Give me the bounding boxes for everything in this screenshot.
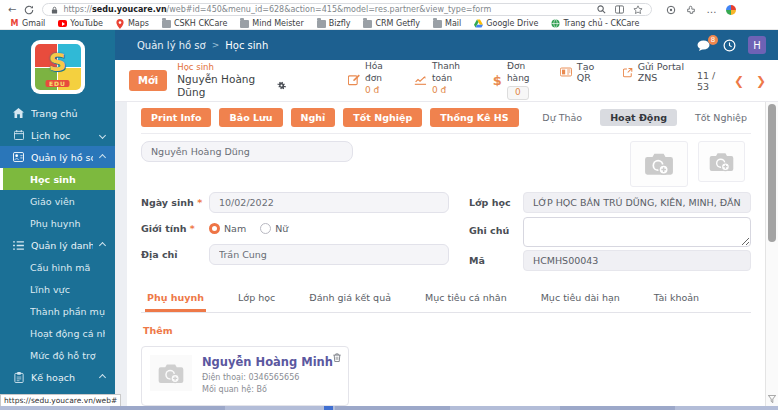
activity-clock-button[interactable]	[723, 39, 736, 52]
home-icon	[13, 108, 24, 119]
prev-record-button[interactable]: ❮	[734, 75, 744, 87]
bookmark-cskh-ckcare[interactable]: CSKH CKCare	[162, 19, 227, 28]
add-parent-link[interactable]: Thêm	[143, 325, 173, 336]
folder-icon	[240, 19, 249, 28]
parent-name[interactable]: Nguyễn Hoàng Minh	[202, 355, 333, 369]
camera-plus-icon	[157, 362, 185, 385]
dob-input[interactable]	[209, 192, 449, 213]
photo-upload-primary[interactable]	[630, 141, 688, 187]
status-hoat-dong[interactable]: Hoạt Động	[600, 109, 677, 126]
new-record-button[interactable]: Mới	[129, 70, 167, 91]
class-input[interactable]	[523, 192, 751, 213]
youtube-icon	[58, 19, 67, 28]
bookmark-google-drive[interactable]: Google Drive	[474, 19, 538, 28]
external-link-icon	[623, 67, 632, 78]
order-stat-button[interactable]: $ Đơn hàng 0	[493, 61, 543, 99]
app-topbar: Quản lý hồ sơ > Học sinh 8 H	[115, 30, 778, 60]
reload-icon[interactable]	[24, 5, 34, 15]
address-bar[interactable]: https://sedu.youcare.vn/web#id=450&menu_…	[42, 3, 652, 16]
delete-parent-button[interactable]	[333, 353, 341, 362]
sidebar-item-thanh-phan-muc-tieu[interactable]: Thành phần mục tiêu	[0, 300, 115, 322]
browser-essentials-icon[interactable]	[666, 5, 676, 15]
invoice-stat-button[interactable]: Hóa đơn 0 đ	[348, 61, 397, 96]
nghi-button[interactable]: Nghỉ	[291, 108, 336, 127]
bookmark-gmail[interactable]: MGmail	[10, 19, 45, 28]
photo-upload-secondary[interactable]	[698, 141, 745, 182]
vertical-scrollbar[interactable]	[765, 102, 778, 406]
parent-card[interactable]: Nguyễn Hoàng Minh Điện thoại: 0346565656…	[141, 346, 349, 406]
sidebar-item-quan-ly-ho-so[interactable]: Quản lý hồ sơ	[0, 146, 115, 168]
google-drive-icon	[474, 19, 483, 28]
copilot-icon[interactable]	[726, 5, 736, 15]
search-icon[interactable]	[597, 5, 606, 14]
user-avatar[interactable]: H	[748, 36, 766, 54]
send-portal-zns-button[interactable]: Gửi Portal ZNS	[623, 61, 697, 83]
status-du-thao[interactable]: Dự Thảo	[542, 112, 582, 123]
breadcrumb-parent[interactable]: Quản lý hồ sơ	[137, 40, 206, 51]
gear-icon[interactable]	[277, 81, 286, 90]
bao-luu-button[interactable]: Bảo Lưu	[219, 108, 282, 127]
globe-icon	[551, 19, 560, 28]
sidebar-item-lich-hoc[interactable]: Lịch học	[0, 124, 115, 146]
sidebar-item-giao-vien[interactable]: Giáo viên	[0, 190, 115, 212]
favorite-star-icon[interactable]	[633, 5, 643, 15]
tab-muc-tieu-ca-nhan[interactable]: Mục tiêu cá nhân	[423, 285, 509, 312]
messages-button[interactable]: 8	[697, 40, 711, 51]
filter-icon[interactable]	[768, 395, 776, 403]
control-panel: Mới Học sinh Nguyễn Hoàng Dũng Hóa đơn 0…	[115, 60, 778, 102]
note-textarea[interactable]	[523, 217, 751, 247]
bookmark-mail[interactable]: Mail	[433, 19, 461, 28]
bookmark-trang-chu-ckcare[interactable]: Trang chủ - CKCare	[551, 19, 639, 28]
dollar-icon: $	[493, 73, 502, 88]
gmail-icon: M	[10, 19, 19, 28]
list-icon	[13, 240, 24, 251]
payment-stat-button[interactable]: Thanh toán 0 đ	[414, 61, 476, 96]
next-record-button[interactable]: ❯	[756, 75, 766, 87]
sidebar-item-quan-ly-danh-muc[interactable]: Quản lý danh mục	[0, 234, 115, 256]
chevron-up-icon	[99, 241, 106, 248]
gender-male-radio[interactable]: Nam	[209, 223, 246, 234]
sidebar-item-ke-hoach[interactable]: Kế hoạch	[0, 366, 115, 388]
create-qr-button[interactable]: Tạo QR	[560, 61, 606, 83]
clipboard-icon	[13, 372, 24, 383]
chevron-up-icon	[99, 153, 106, 160]
tab-danh-gia-ket-qua[interactable]: Đánh giá kết quả	[307, 285, 393, 312]
bookmark-bizfly[interactable]: Bizfly	[317, 19, 351, 28]
app-logo[interactable]: S EDU	[31, 40, 85, 94]
tab-lop-hoc[interactable]: Lớp học	[236, 285, 277, 312]
bookmark-maps[interactable]: Maps	[116, 19, 149, 28]
sidebar-item-trang-chu[interactable]: Trang chủ	[0, 102, 115, 124]
sidebar-item-linh-vuc[interactable]: Lĩnh vực	[0, 278, 115, 300]
split-screen-icon[interactable]	[615, 5, 624, 14]
calendar-icon	[13, 130, 24, 141]
sidebar-item-muc-do-ho-tro[interactable]: Mức độ hỗ trợ	[0, 344, 115, 366]
sidebar-item-cau-hinh-ma[interactable]: Cấu hình mã	[0, 256, 115, 278]
bookmark-crm-getfly[interactable]: CRM Getfly	[363, 19, 420, 28]
tab-phu-huynh[interactable]: Phụ huynh	[145, 285, 206, 312]
print-info-button[interactable]: Print Info	[141, 108, 211, 127]
folder-icon	[317, 19, 326, 28]
status-tot-nghiep[interactable]: Tốt Nghiệp	[695, 112, 747, 123]
bookmark-youtube[interactable]: YouTube	[58, 19, 103, 28]
gender-female-radio[interactable]: Nữ	[260, 223, 288, 234]
settings-more-icon[interactable]: …	[706, 5, 716, 15]
browser-chrome: ← https://sedu.youcare.vn/web#id=450&men…	[0, 0, 778, 30]
lock-icon	[51, 6, 58, 14]
tab-muc-tieu-dai-han[interactable]: Mục tiêu dài hạn	[539, 285, 622, 312]
student-name-input[interactable]	[141, 141, 353, 162]
sidebar-item-phu-huynh[interactable]: Phụ huynh	[0, 212, 115, 234]
scrollbar-thumb[interactable]	[768, 104, 776, 242]
tot-nghiep-button[interactable]: Tốt Nghiệp	[343, 108, 422, 127]
clock-icon	[723, 39, 736, 52]
tab-tai-khoan[interactable]: Tài khoản	[652, 285, 701, 312]
thong-ke-hs-button[interactable]: Thống Kê HS	[430, 108, 518, 127]
sidebar-item-hoat-dong-ca-nhan[interactable]: Hoạt động cá nhân	[0, 322, 115, 344]
sidebar-item-hoc-sinh[interactable]: Học sinh	[0, 168, 115, 190]
back-icon[interactable]: ←	[8, 5, 16, 15]
taskbar-active-marker	[324, 406, 333, 410]
camera-plus-icon	[708, 151, 735, 173]
address-input[interactable]	[209, 244, 449, 265]
code-input[interactable]	[523, 250, 751, 271]
bookmark-mind-meister[interactable]: Mind Meister	[240, 19, 303, 28]
extensions-icon[interactable]	[686, 5, 696, 15]
